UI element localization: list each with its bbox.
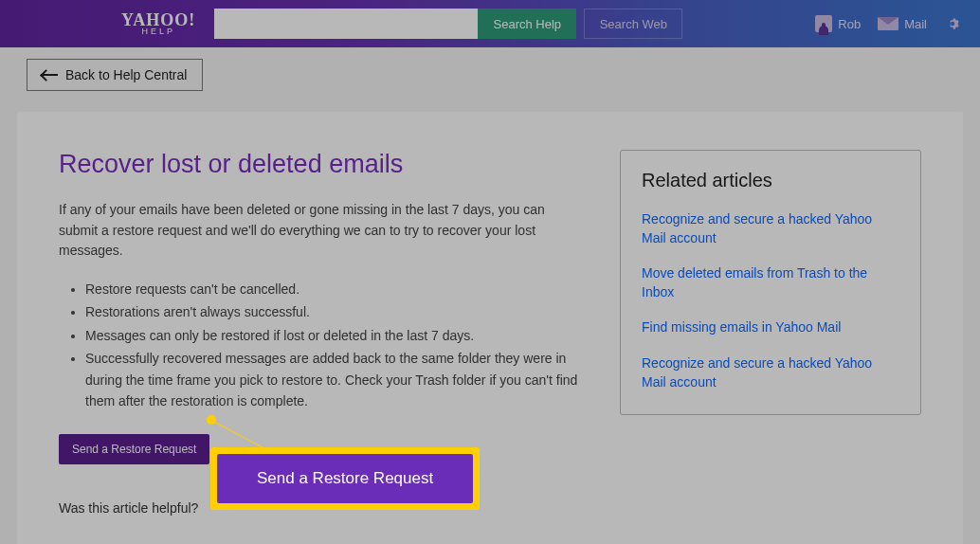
mail-link[interactable]: Mail <box>878 17 927 31</box>
article-title: Recover lost or deleted emails <box>59 150 582 179</box>
related-link[interactable]: Find missing emails in Yahoo Mail <box>642 318 899 337</box>
user-profile-link[interactable]: Rob <box>815 15 861 32</box>
article-card: Recover lost or deleted emails If any of… <box>17 112 963 544</box>
back-label: Back to Help Central <box>65 67 187 82</box>
search-help-button[interactable]: Search Help <box>478 9 576 39</box>
related-articles-box: Related articles Recognize and secure a … <box>620 150 921 415</box>
list-item: Successfully recovered messages are adde… <box>85 348 582 411</box>
gear-icon[interactable] <box>944 15 961 32</box>
article-intro: If any of your emails have been deleted … <box>59 200 582 262</box>
list-item: Messages can only be restored if lost or… <box>85 325 582 346</box>
list-item: Restore requests can't be cancelled. <box>85 279 582 299</box>
list-item: Restorations aren't always successful. <box>85 301 582 322</box>
breadcrumb-bar: Back to Help Central <box>0 47 980 102</box>
avatar-icon <box>815 15 832 32</box>
search-input[interactable] <box>214 9 478 39</box>
mail-label: Mail <box>904 17 927 31</box>
related-link[interactable]: Recognize and secure a hacked Yahoo Mail… <box>642 210 899 247</box>
send-restore-request-callout-button[interactable]: Send a Restore Request <box>217 454 473 503</box>
callout-highlight: Send a Restore Request <box>210 447 480 510</box>
mail-icon <box>878 17 898 30</box>
user-name: Rob <box>838 17 861 31</box>
related-link[interactable]: Move deleted emails from Trash to the In… <box>642 264 899 301</box>
yahoo-help-logo: YAHOO! HELP <box>121 11 195 36</box>
related-link[interactable]: Recognize and secure a hacked Yahoo Mail… <box>642 354 899 391</box>
send-restore-request-button[interactable]: Send a Restore Request <box>59 434 209 464</box>
search-web-button[interactable]: Search Web <box>584 9 682 39</box>
back-to-help-central-button[interactable]: Back to Help Central <box>27 59 203 91</box>
top-bar: YAHOO! HELP Search Help Search Web Rob M… <box>0 0 980 47</box>
arrow-left-icon <box>43 74 58 76</box>
article-bullets: Restore requests can't be cancelled. Res… <box>59 279 582 411</box>
related-heading: Related articles <box>642 170 899 191</box>
